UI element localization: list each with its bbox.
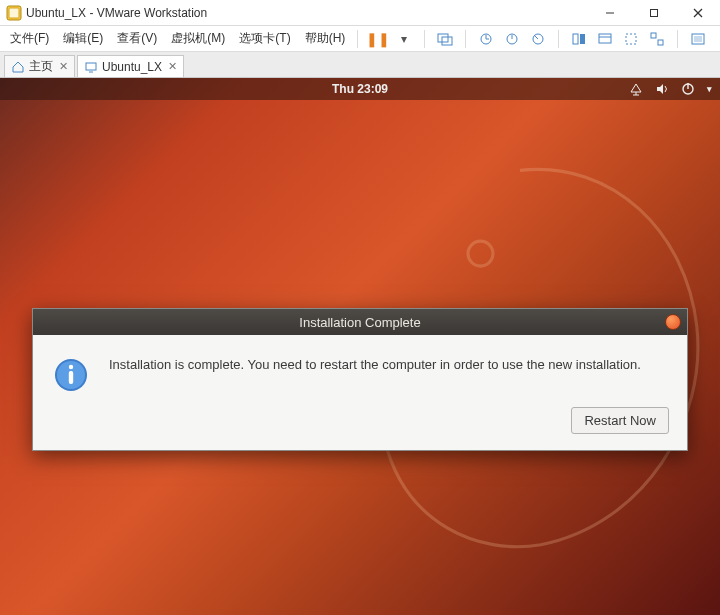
snapshot-mgr-icon[interactable] [502, 29, 522, 49]
toolbar-separator [558, 30, 559, 48]
tab-home[interactable]: 主页 ✕ [4, 55, 75, 77]
vm-viewport[interactable]: Thu 23:09 ▾ Installation Complete Instal… [0, 78, 720, 615]
dialog-close-button[interactable] [665, 314, 681, 330]
svg-rect-19 [651, 33, 656, 38]
menu-view[interactable]: 查看(V) [111, 28, 163, 49]
window-close-button[interactable] [676, 0, 720, 25]
fullscreen-icon[interactable] [688, 29, 708, 49]
vm-icon [84, 60, 98, 74]
network-icon[interactable] [629, 82, 643, 96]
volume-icon[interactable] [655, 82, 669, 96]
stretch-icon[interactable] [621, 29, 641, 49]
window-controls [588, 0, 720, 25]
dialog-message: Installation is complete. You need to re… [109, 357, 641, 372]
dialog-actions: Restart Now [33, 401, 687, 450]
svg-point-29 [69, 365, 73, 369]
svg-rect-20 [658, 40, 663, 45]
window-minimize-button[interactable] [588, 0, 632, 25]
svg-rect-23 [86, 63, 96, 70]
menu-edit[interactable]: 编辑(E) [57, 28, 109, 49]
dialog-titlebar[interactable]: Installation Complete [33, 309, 687, 335]
unity-icon[interactable] [647, 29, 667, 49]
chevron-down-icon[interactable]: ▾ [707, 84, 712, 94]
window-titlebar: Ubuntu_LX - VMware Workstation [0, 0, 720, 26]
svg-rect-18 [626, 34, 636, 44]
toolbar-separator [465, 30, 466, 48]
dropdown-icon[interactable]: ▾ [394, 29, 414, 49]
tab-vm[interactable]: Ubuntu_LX ✕ [77, 55, 184, 77]
menu-separator [357, 30, 358, 48]
vmware-appicon [6, 5, 22, 21]
svg-rect-22 [694, 36, 702, 42]
restart-now-button[interactable]: Restart Now [571, 407, 669, 434]
menu-help[interactable]: 帮助(H) [299, 28, 352, 49]
tabstrip: 主页 ✕ Ubuntu_LX ✕ [0, 52, 720, 78]
ubuntu-tray: ▾ [629, 78, 712, 100]
toolbar: ❚❚ ▾ [368, 29, 708, 49]
ubuntu-topbar: Thu 23:09 ▾ [0, 78, 720, 100]
dialog-body: Installation is complete. You need to re… [33, 335, 687, 401]
svg-rect-16 [599, 34, 611, 43]
tab-vm-label: Ubuntu_LX [102, 60, 162, 74]
pause-icon[interactable]: ❚❚ [368, 29, 388, 49]
svg-rect-6 [438, 34, 448, 42]
install-complete-dialog: Installation Complete Installation is co… [32, 308, 688, 451]
svg-rect-30 [69, 371, 73, 384]
toolbar-separator [677, 30, 678, 48]
send-cad-icon[interactable] [435, 29, 455, 49]
home-icon [11, 60, 25, 74]
tab-close-icon[interactable]: ✕ [59, 60, 68, 73]
svg-rect-14 [573, 34, 578, 44]
window-title: Ubuntu_LX - VMware Workstation [26, 6, 588, 20]
svg-rect-3 [651, 9, 658, 16]
snapshot-icon[interactable] [476, 29, 496, 49]
ubuntu-clock[interactable]: Thu 23:09 [332, 82, 388, 96]
tab-home-label: 主页 [29, 58, 53, 75]
console-icon[interactable] [595, 29, 615, 49]
power-icon[interactable] [681, 82, 695, 96]
menu-vm[interactable]: 虚拟机(M) [165, 28, 231, 49]
dialog-title: Installation Complete [299, 315, 420, 330]
menubar: 文件(F) 编辑(E) 查看(V) 虚拟机(M) 选项卡(T) 帮助(H) ❚❚… [0, 26, 720, 52]
svg-rect-15 [580, 34, 585, 44]
window-maximize-button[interactable] [632, 0, 676, 25]
svg-rect-7 [442, 37, 452, 45]
revert-icon[interactable] [528, 29, 548, 49]
menu-file[interactable]: 文件(F) [4, 28, 55, 49]
info-icon [53, 357, 89, 393]
svg-rect-1 [9, 8, 19, 18]
layout-icon[interactable] [569, 29, 589, 49]
tab-close-icon[interactable]: ✕ [168, 60, 177, 73]
menu-tabs[interactable]: 选项卡(T) [233, 28, 296, 49]
toolbar-separator [424, 30, 425, 48]
